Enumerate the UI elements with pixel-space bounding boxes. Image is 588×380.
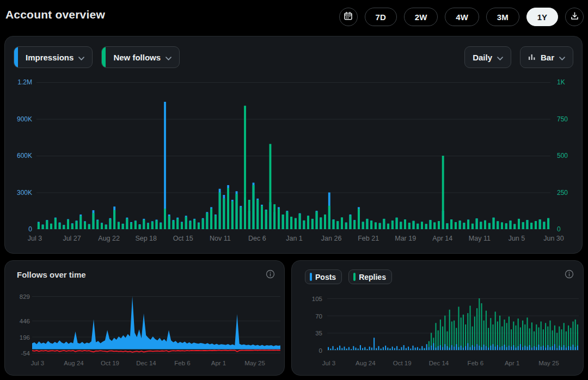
- chevron-down-icon: [166, 53, 171, 62]
- posts-replies-bar-chart: [327, 298, 579, 351]
- x-tick-label: Jul 3: [322, 360, 335, 366]
- x-tick-label: Apr 1: [505, 360, 520, 366]
- x-tick-label: Apr 14: [432, 235, 452, 242]
- x-tick-label: Jan 26: [321, 235, 342, 242]
- x-tick-label: Oct 19: [393, 360, 412, 366]
- x-tick-label: Aug 24: [356, 360, 375, 366]
- x-tick-label: Nov 11: [210, 235, 231, 242]
- impressions-tick-label: 300K: [13, 189, 32, 197]
- follows-card-title: Follows over time: [17, 270, 86, 279]
- new-follows-metric-label: New follows: [113, 53, 161, 62]
- new-follows-tick-label: 750: [557, 115, 578, 123]
- chevron-down-icon: [497, 53, 503, 62]
- new-follows-tick-label: 500: [557, 152, 578, 160]
- replies-legend-chip[interactable]: Replies: [348, 269, 392, 284]
- impressions-metric-label: Impressions: [26, 53, 74, 62]
- info-icon: [565, 272, 574, 280]
- posts-replies-tick-label: 70: [303, 312, 322, 320]
- x-tick-label: Jun 5: [509, 235, 525, 242]
- follows-tick-label: 446: [9, 317, 30, 325]
- follows-tick-label: -54: [9, 350, 30, 357]
- page-title: Account overview: [5, 8, 105, 21]
- x-tick-label: Dec 6: [248, 235, 266, 242]
- x-tick-label: Oct 19: [101, 360, 119, 366]
- download-icon: [570, 11, 579, 22]
- posts-replies-tick-label: 105: [303, 295, 322, 303]
- new-follows-metric-dropdown[interactable]: New follows: [101, 46, 180, 68]
- posts-replies-card: Posts Replies 10570350 Jul 3Aug 24Oct 19…: [291, 260, 584, 376]
- x-tick-label: Jan 1: [286, 235, 303, 242]
- x-tick-label: Feb 21: [358, 235, 379, 242]
- impressions-tick-label: 0: [13, 225, 32, 233]
- x-tick-label: Oct 15: [173, 235, 193, 242]
- chart-type-dropdown[interactable]: Bar: [520, 46, 573, 68]
- x-tick-label: Dec 14: [136, 360, 156, 366]
- overview-bar-chart: [36, 82, 550, 230]
- range-button-4w[interactable]: 4W: [445, 8, 479, 26]
- granularity-dropdown[interactable]: Daily: [464, 46, 511, 68]
- follows-tick-label: 196: [9, 334, 30, 341]
- x-tick-label: May 11: [469, 235, 491, 242]
- impressions-accent-bar: [14, 47, 18, 68]
- impressions-metric-dropdown[interactable]: Impressions: [14, 46, 93, 68]
- date-range-pills: 7D2W4W3M1Y: [365, 8, 558, 26]
- x-tick-label: Sep 18: [135, 235, 157, 242]
- chevron-down-icon: [78, 53, 84, 62]
- replies-accent-bar: [353, 273, 356, 281]
- x-tick-label: Jun 30: [543, 235, 564, 242]
- range-button-2w[interactable]: 2W: [404, 8, 438, 26]
- bar-chart-icon: [528, 53, 536, 62]
- x-tick-label: Aug 24: [64, 360, 83, 366]
- x-tick-label: Feb 6: [468, 360, 483, 366]
- chevron-down-icon: [559, 53, 565, 62]
- x-tick-label: May 25: [244, 360, 265, 366]
- posts-accent-bar: [310, 273, 312, 281]
- impressions-tick-label: 600K: [13, 152, 32, 160]
- x-tick-label: Aug 22: [98, 235, 120, 242]
- date-range-controls: 7D2W4W3M1Y: [339, 8, 584, 26]
- new-follows-tick-label: 250: [557, 189, 578, 197]
- x-tick-label: Mar 19: [395, 235, 416, 242]
- granularity-label: Daily: [473, 53, 492, 62]
- calendar-icon: [344, 11, 353, 22]
- page-header: Account overview 7D2W4W3M1Y: [0, 0, 588, 34]
- x-tick-label: Feb 6: [174, 360, 190, 366]
- calendar-button[interactable]: [339, 8, 358, 26]
- impressions-tick-label: 900K: [13, 115, 32, 123]
- follows-info-button[interactable]: [265, 269, 275, 280]
- posts-replies-tick-label: 35: [303, 329, 322, 337]
- follows-over-time-card: Follows over time 829446196-54 Jul 3Aug …: [4, 260, 285, 376]
- posts-legend-chip[interactable]: Posts: [305, 269, 342, 284]
- x-tick-label: Apr 1: [211, 360, 226, 366]
- posts-replies-info-button[interactable]: [564, 269, 574, 280]
- download-button[interactable]: [565, 8, 584, 26]
- impressions-tick-label: 1.2M: [13, 78, 32, 86]
- info-icon: [266, 272, 275, 280]
- range-button-1y[interactable]: 1Y: [526, 8, 558, 26]
- follows-tick-label: 829: [9, 293, 30, 301]
- range-button-7d[interactable]: 7D: [365, 8, 397, 26]
- follows-area-chart: [32, 296, 280, 355]
- new-follows-tick-label: 0: [557, 225, 578, 233]
- posts-replies-legend: Posts Replies: [305, 269, 392, 284]
- posts-replies-tick-label: 0: [303, 347, 322, 354]
- posts-legend-label: Posts: [315, 273, 336, 281]
- chart-type-label: Bar: [541, 53, 554, 62]
- replies-legend-label: Replies: [359, 273, 386, 281]
- x-tick-label: May 25: [538, 360, 559, 366]
- x-tick-label: Jul 27: [63, 235, 81, 242]
- x-tick-label: Jul 3: [28, 235, 42, 242]
- range-button-3m[interactable]: 3M: [486, 8, 519, 26]
- analytics-page: Account overview 7D2W4W3M1Y: [0, 0, 588, 380]
- new-follows-tick-label: 1K: [557, 78, 578, 86]
- overview-toolbar: Impressions New follows Daily: [14, 46, 573, 68]
- x-tick-label: Jul 3: [31, 360, 44, 366]
- new-follows-accent-bar: [102, 47, 106, 68]
- x-tick-label: Dec 14: [429, 360, 449, 366]
- overview-chart-card: Impressions New follows Daily: [4, 36, 583, 254]
